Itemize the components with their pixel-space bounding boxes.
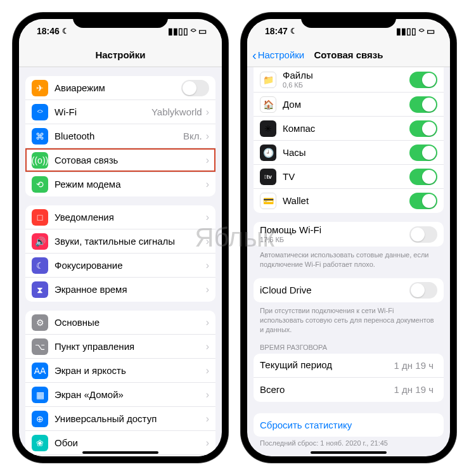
компас-icon: ✳ [260,120,276,137]
back-button[interactable]: ‹ Настройки [252,49,304,61]
settings-row[interactable]: ⌔Wi-FiYablykworld› [25,100,215,124]
signal-icon: ▮▮▯▯ [168,26,188,36]
row-value: Yablykworld [151,106,202,117]
row-label: Компас [283,123,409,134]
row-value: Вкл. [183,131,202,141]
chevron-right-icon: › [206,317,209,328]
settings-row[interactable]: ⌘BluetoothВкл.› [25,124,215,148]
chevron-right-icon: › [206,284,209,295]
файлы-icon: 📁 [260,72,276,88]
status-icons: ▮▮▯▯ ⌔ ▭ [396,26,435,36]
row-label: Экран «Домой» [55,389,206,401]
toggle[interactable] [409,193,437,209]
battery-icon: ▭ [427,26,435,36]
cellular-icon: ((o)) [32,152,48,169]
chevron-right-icon: › [206,212,209,223]
back-label: Настройки [258,49,305,60]
app-row[interactable]: ✳Компас [254,117,444,141]
page-title: Сотовая связь [314,49,383,60]
toggle[interactable] [409,96,437,113]
airplane-icon: ✈ [32,80,48,96]
navbar: Настройки [19,43,222,67]
app-row[interactable]: tvTV [254,165,444,189]
app-row[interactable]: 🕘Часы [254,141,444,165]
settings-list[interactable]: ✈Авиарежим⌔Wi-FiYablykworld›⌘BluetoothВк… [19,67,222,456]
row-value: 1 дн 19 ч [394,384,434,395]
chevron-right-icon: › [206,365,209,376]
navbar: ‹ Настройки Сотовая связь [247,43,450,67]
chevron-left-icon: ‹ [252,49,257,61]
settings-row[interactable]: ((o))Сотовая связь› [25,148,215,172]
app-row[interactable]: 💳Wallet [254,189,444,213]
row-label: Wi-Fi [55,106,151,118]
hotspot-icon: ⟲ [32,176,48,193]
toggle[interactable] [181,80,209,96]
icloud-drive-row[interactable]: iCloud Drive [254,278,444,302]
toggle[interactable] [409,72,437,88]
page-title: Настройки [95,49,145,60]
cellular-list[interactable]: 📁Файлы0,6 КБ🏠Дом✳Компас🕘ЧасыtvTV💳Wallet… [247,67,450,456]
wifi-assist-row[interactable]: Помощь Wi-Fi17,6 КБ [254,222,444,247]
home-indicator[interactable] [311,451,387,454]
reset-stats-label: Сбросить статистику [254,413,444,437]
settings-row[interactable]: ⧗Экранное время› [25,278,215,302]
row-label: Экран и яркость [55,365,206,376]
chevron-right-icon: › [206,413,209,425]
settings-row[interactable]: □Уведомления› [25,205,215,229]
row-label: Авиарежим [55,82,181,94]
talk-row[interactable]: Всего1 дн 19 ч [254,378,444,402]
settings-row[interactable]: ⊕Универсальный доступ› [25,407,215,431]
status-icons: ▮▮▯▯ ⌔ ▭ [168,26,207,36]
row-value: 1 дн 19 ч [394,360,434,371]
toggle[interactable] [409,169,437,185]
toggle[interactable] [409,226,437,243]
app-row[interactable]: 📁Файлы0,6 КБ [254,67,444,93]
wifi-icon: ⌔ [191,26,196,36]
settings-row[interactable]: ◉Siri и Поиск› [25,455,215,456]
reset-stats-row[interactable]: Сбросить статистику [254,413,444,437]
row-label: Всего [260,384,394,396]
settings-row[interactable]: 🔊Звуки, тактильные сигналы› [25,229,215,254]
last-reset: Последний сброс: 1 нояб. 2020 г., 21:45 [247,437,450,453]
wallet-icon: 💳 [260,193,276,209]
row-label: TV [283,171,409,183]
chevron-right-icon: › [206,106,209,118]
settings-row[interactable]: AAЭкран и яркость› [25,359,215,383]
row-label: Дом [283,99,409,110]
row-label: Режим модема [55,179,206,190]
settings-row[interactable]: ⟲Режим модема› [25,172,215,196]
chevron-right-icon: › [206,260,209,271]
toggle[interactable] [409,282,437,299]
toggle[interactable] [409,120,437,137]
row-label: Универсальный доступ [55,413,206,425]
time: 18:46 [37,26,60,36]
home-indicator[interactable] [82,451,158,454]
chevron-right-icon: › [206,179,209,190]
toggle[interactable] [409,145,437,161]
time: 18:47 [265,26,288,36]
wallpaper-icon: ❀ [32,435,48,451]
chevron-right-icon: › [206,236,209,247]
talk-header: ВРЕМЯ РАЗГОВОРА [247,335,450,354]
row-label: Экранное время [55,284,206,295]
settings-row[interactable]: ⚙Основные› [25,311,215,335]
settings-row[interactable]: ▦Экран «Домой»› [25,383,215,407]
talk-row[interactable]: Текущий период1 дн 19 ч [254,354,444,378]
row-label: Уведомления [55,212,206,223]
app-row[interactable]: 🏠Дом [254,93,444,117]
row-label: Часы [283,147,409,158]
settings-row[interactable]: ⌥Пункт управления› [25,335,215,359]
chevron-right-icon: › [206,389,209,401]
row-label: Сотовая связь [55,155,206,166]
settings-row[interactable]: ✈Авиарежим [25,76,215,100]
chevron-right-icon: › [206,155,209,166]
row-label: Обои [55,437,206,449]
general-icon: ⚙ [32,314,48,331]
settings-row[interactable]: ☾Фокусирование› [25,254,215,278]
wifi-icon: ⌔ [32,104,48,120]
wifi-icon: ⌔ [419,26,424,36]
row-label: iCloud Drive [260,285,409,296]
phone-left: 18:46 ☾ ▮▮▯▯ ⌔ ▭ Настройки ✈Авиарежим⌔Wi… [13,13,228,463]
control-icon: ⌥ [32,338,48,355]
row-label: Файлы0,6 КБ [283,70,409,89]
